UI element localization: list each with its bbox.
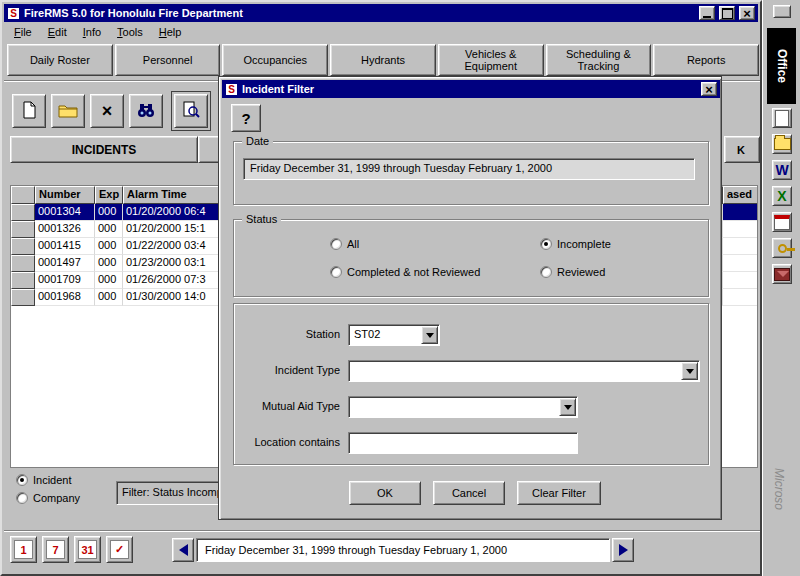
date-range-display: Friday December 31, 1999 through Tuesday… (196, 538, 610, 562)
status-group-label: Status (242, 212, 281, 226)
month-calendar-button[interactable]: 31 (74, 536, 101, 563)
help-button[interactable]: ? (231, 104, 261, 132)
microsoft-watermark: Microso (772, 468, 786, 568)
check-calendar-button[interactable]: ✓ (106, 536, 133, 563)
keys-button[interactable] (772, 238, 792, 258)
cell-exp: 000 (95, 221, 123, 238)
menu-file[interactable]: File (6, 24, 40, 40)
company-radio[interactable] (16, 492, 28, 504)
mail-icon (774, 268, 790, 281)
ok-button[interactable]: OK (349, 481, 421, 505)
chevron-down-icon[interactable] (681, 362, 698, 380)
reviewed-radio[interactable] (540, 266, 552, 278)
new-document-icon (19, 100, 39, 122)
menu-tools[interactable]: Tools (109, 24, 151, 40)
cell-alarm-time: 01/26/2000 07:3 (123, 272, 231, 289)
column-header-number[interactable]: Number (35, 186, 95, 204)
previous-range-button[interactable] (172, 538, 194, 562)
word-icon: W (775, 162, 788, 178)
date-range-navigator: Friday December 31, 1999 through Tuesday… (172, 538, 634, 562)
tab-reports[interactable]: Reports (653, 44, 759, 76)
tab-scheduling-tracking[interactable]: Scheduling & Tracking (546, 44, 652, 76)
incident-toolbar: × (12, 94, 208, 128)
new-office-document-icon (775, 110, 789, 127)
reviewed-radio-label: Reviewed (557, 266, 605, 278)
completed-not-reviewed-radio[interactable] (330, 266, 342, 278)
partial-right-tab[interactable]: K (724, 136, 760, 163)
clear-filter-button[interactable]: Clear Filter (517, 481, 601, 505)
open-record-button[interactable] (51, 94, 85, 128)
month-calendar-icon: 31 (78, 540, 97, 559)
maximize-button-icon[interactable] (719, 6, 735, 20)
tab-vehicles-equipment[interactable]: Vehicles & Equipment (438, 44, 544, 76)
chevron-down-icon[interactable] (421, 326, 438, 344)
view-option-company[interactable]: Company (16, 492, 80, 504)
find-button[interactable] (129, 94, 163, 128)
location-contains-input[interactable] (348, 432, 578, 454)
mutual-aid-type-dropdown[interactable] (348, 396, 578, 418)
cell-alarm-time: 01/30/2000 14:0 (123, 289, 231, 306)
cell-exp: 000 (95, 204, 123, 221)
incident-type-dropdown[interactable] (348, 360, 700, 382)
word-button[interactable]: W (772, 160, 792, 180)
column-header-exp[interactable]: Exp (95, 186, 123, 204)
status-option-incomplete[interactable]: Incomplete (540, 238, 611, 250)
new-record-button[interactable] (12, 94, 46, 128)
dialog-title: Incident Filter (242, 83, 697, 95)
tab-occupancies[interactable]: Occupancies (222, 44, 328, 76)
keys-icon (778, 244, 787, 253)
delete-record-button[interactable]: × (90, 94, 124, 128)
mutual-aid-type-label: Mutual Aid Type (238, 396, 340, 416)
menubar: File Edit Info Tools Help (4, 22, 758, 41)
firerms-logo-icon: S (225, 83, 238, 96)
menu-help[interactable]: Help (151, 24, 190, 40)
open-folder-icon (57, 101, 79, 121)
status-option-completed-not-reviewed[interactable]: Completed & not Reviewed (330, 266, 480, 278)
date-group-label: Date (242, 134, 273, 148)
dialog-close-icon[interactable] (701, 82, 717, 96)
incident-type-label: Incident Type (238, 360, 340, 380)
preview-button[interactable] (174, 94, 208, 128)
station-dropdown[interactable]: ST02 (348, 324, 440, 346)
status-group: Status All Incomplete Completed & not Re… (233, 219, 709, 297)
status-option-reviewed[interactable]: Reviewed (540, 266, 605, 278)
column-header-partial[interactable]: ased (723, 186, 758, 204)
open-office-folder-icon (774, 138, 791, 150)
left-arrow-icon (179, 544, 188, 556)
cell-number: 0001497 (35, 255, 95, 272)
calendar-app-button[interactable] (772, 212, 792, 232)
cell-exp: 000 (95, 238, 123, 255)
incident-radio[interactable] (16, 474, 28, 486)
menu-edit[interactable]: Edit (40, 24, 75, 40)
incidents-list-tab[interactable]: INCIDENTS (10, 136, 198, 163)
excel-button[interactable]: X (772, 186, 792, 206)
seven-day-calendar-button[interactable]: 7 (42, 536, 69, 563)
all-radio[interactable] (330, 238, 342, 250)
office-bar-title: Office (767, 28, 796, 104)
view-option-incident[interactable]: Incident (16, 474, 72, 486)
close-button-icon[interactable] (739, 6, 755, 20)
completed-not-reviewed-radio-label: Completed & not Reviewed (347, 266, 480, 278)
menu-info[interactable]: Info (75, 24, 109, 40)
tab-personnel[interactable]: Personnel (115, 44, 221, 76)
chevron-down-icon[interactable] (559, 398, 576, 416)
one-day-calendar-button[interactable]: 1 (10, 536, 37, 563)
cell-number: 0001709 (35, 272, 95, 289)
incomplete-radio[interactable] (540, 238, 552, 250)
cell-alarm-time: 01/22/2000 03:4 (123, 238, 231, 255)
mail-button[interactable] (772, 264, 792, 284)
station-label: Station (238, 324, 340, 344)
open-office-document-button[interactable] (772, 134, 792, 154)
office-bar-menu-button[interactable] (773, 5, 791, 18)
minimize-button-icon[interactable] (699, 6, 715, 20)
tab-hydrants[interactable]: Hydrants (330, 44, 436, 76)
preview-magnifier-icon (181, 100, 201, 122)
new-office-document-button[interactable] (772, 108, 792, 128)
status-option-all[interactable]: All (330, 238, 359, 250)
date-range-field: Friday December 31, 1999 through Tuesday… (243, 158, 695, 180)
company-radio-label: Company (33, 492, 80, 504)
column-header-alarm-time[interactable]: Alarm Time (123, 186, 231, 204)
tab-daily-roster[interactable]: Daily Roster (7, 44, 113, 76)
cancel-button[interactable]: Cancel (433, 481, 505, 505)
next-range-button[interactable] (612, 538, 634, 562)
